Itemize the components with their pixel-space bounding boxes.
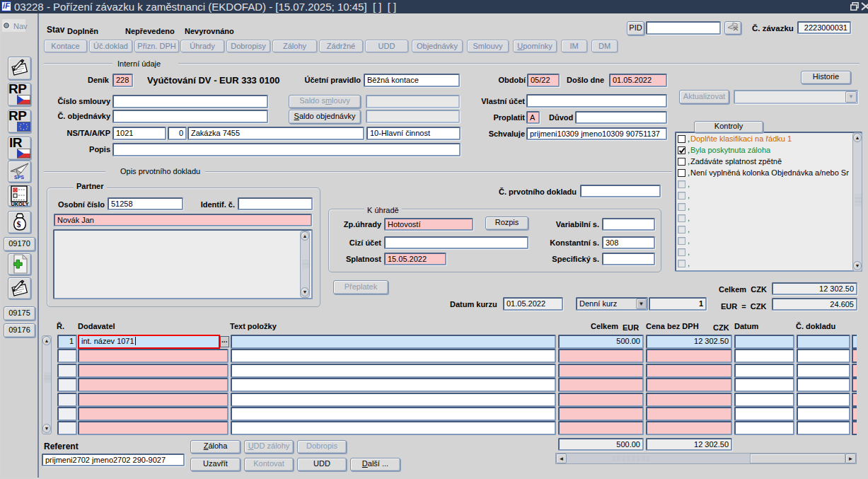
svg-text:ÚKOLY: ÚKOLY — [11, 201, 28, 207]
svg-text:SPS: SPS — [14, 175, 24, 180]
svg-text:$: $ — [17, 219, 21, 229]
